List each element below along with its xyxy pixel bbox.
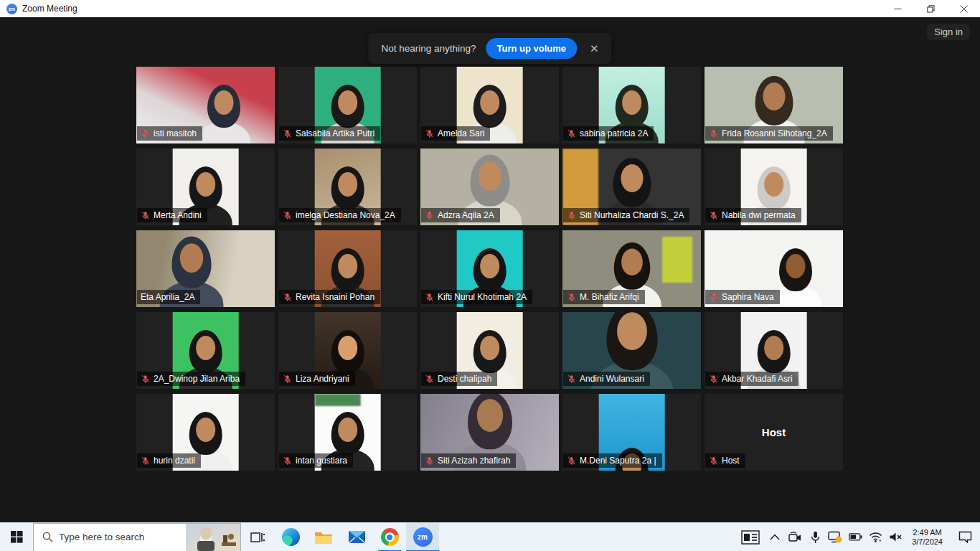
zoom-meeting-window: zm Zoom Meeting Sign in Not hearing anyt… — [0, 0, 980, 551]
restore-button[interactable] — [914, 0, 947, 17]
tray-microphone-button[interactable] — [806, 523, 824, 551]
meet-now-button[interactable] — [786, 523, 804, 551]
participant-name: hurin dzatil — [154, 456, 195, 466]
participant-name: M.Deni Saputra 2a | — [580, 456, 656, 466]
participant-name-label: Revita Isnaini Pohan — [279, 290, 380, 304]
windows-taskbar: zm — [0, 522, 980, 551]
mail-taskbar-button[interactable] — [340, 523, 373, 551]
muted-mic-icon — [425, 293, 434, 302]
banner-close-icon[interactable]: ✕ — [587, 42, 602, 55]
muted-mic-icon — [709, 129, 718, 138]
volume-muted-icon — [889, 532, 903, 542]
participant-tile[interactable]: isti masitoh — [136, 67, 275, 143]
battery-icon — [849, 533, 862, 541]
taskbar-clock[interactable]: 2:49 AM 3/7/2024 — [906, 528, 948, 547]
participant-tile[interactable]: Liza Andriyani — [278, 312, 417, 389]
meeting-stage: Sign in Not hearing anything? Turn up vo… — [0, 17, 980, 522]
muted-mic-icon — [283, 293, 292, 302]
news-widget-button[interactable] — [737, 523, 764, 551]
chrome-icon — [381, 528, 399, 546]
participant-name: Adzra Aqila 2A — [438, 210, 494, 220]
minimize-button[interactable] — [881, 0, 914, 17]
participant-name: Siti Azizah zhafirah — [438, 456, 510, 466]
participant-tile[interactable]: Siti Nurhaliza Chardi S._2A — [562, 149, 701, 225]
display-icon — [828, 531, 842, 543]
zoom-taskbar-button[interactable]: zm — [406, 523, 439, 551]
muted-mic-icon — [425, 375, 434, 384]
display-cast-button[interactable] — [826, 523, 844, 551]
participant-tile[interactable]: Siti Azizah zhafirah — [420, 394, 559, 471]
participant-tile[interactable]: M. Bihafiz Arifqi — [562, 230, 701, 307]
participant-name-label: Adzra Aqila 2A — [421, 208, 500, 222]
participant-name: Host — [722, 456, 740, 466]
participant-tile[interactable]: sabina patricia 2A — [562, 67, 701, 143]
muted-mic-icon — [709, 375, 718, 384]
participant-silhouette — [773, 248, 819, 307]
participant-tile[interactable]: Host Host — [705, 394, 843, 471]
news-icon — [741, 530, 760, 545]
volume-muted-button[interactable] — [886, 523, 905, 551]
participant-tile[interactable]: Frida Rosanni Sihotang_2A — [705, 67, 843, 143]
participant-tile[interactable]: Akbar Khadafi Asri — [705, 312, 843, 389]
start-button[interactable] — [0, 523, 33, 551]
participant-name-label: Merta Andini — [137, 208, 207, 222]
chrome-taskbar-button[interactable] — [373, 523, 406, 551]
file-explorer-icon — [314, 529, 333, 545]
muted-mic-icon — [283, 129, 292, 138]
participant-name-label: Salsabila Artika Putri — [279, 126, 380, 141]
taskbar-search-box[interactable] — [33, 523, 241, 551]
participant-tile[interactable]: Merta Andini — [136, 149, 275, 225]
search-daily-illustration[interactable] — [186, 524, 240, 551]
participant-tile[interactable]: imelga Destiana Nova_2A — [278, 149, 417, 225]
participant-tile[interactable]: Eta Aprilia_2A — [136, 230, 275, 307]
zoom-taskbar-icon: zm — [413, 527, 433, 547]
participant-tile[interactable]: hurin dzatil — [136, 394, 275, 471]
participant-tile[interactable]: Andini Wulansari — [562, 312, 701, 389]
participant-name-label: hurin dzatil — [137, 453, 201, 468]
muted-mic-icon — [141, 456, 150, 466]
window-title: Zoom Meeting — [22, 4, 77, 14]
participant-tile[interactable]: Nabila dwi permata — [705, 149, 843, 225]
task-view-button[interactable] — [241, 523, 274, 551]
wifi-button[interactable] — [866, 523, 885, 551]
task-view-icon — [250, 531, 265, 544]
participant-name: Siti Nurhaliza Chardi S._2A — [580, 210, 684, 220]
battery-button[interactable] — [846, 523, 864, 551]
muted-mic-icon — [709, 211, 718, 220]
restore-icon — [927, 5, 935, 13]
turn-up-volume-button[interactable]: Turn up volume — [486, 38, 577, 59]
file-explorer-taskbar-button[interactable] — [307, 523, 340, 551]
participant-tile[interactable]: Kifti Nurul Khotimah 2A — [420, 230, 559, 307]
tray-chevron-up-button[interactable] — [765, 523, 784, 551]
participant-name: Liza Andriyani — [296, 374, 349, 384]
participant-tile[interactable]: Desti chalipah — [420, 312, 559, 389]
search-icon — [42, 532, 53, 542]
participant-name-label: Eta Aprilia_2A — [137, 290, 200, 304]
participant-tile[interactable]: 2A_Dwinop Jilan Ariba — [136, 312, 275, 389]
participant-name-label: M. Bihafiz Arifqi — [563, 290, 645, 304]
participant-name-label: sabina patricia 2A — [563, 126, 654, 141]
participant-tile[interactable]: Salsabila Artika Putri — [278, 67, 417, 143]
participant-name: M. Bihafiz Arifqi — [580, 292, 639, 302]
participant-name: 2A_Dwinop Jilan Ariba — [154, 374, 240, 384]
action-center-button[interactable] — [950, 523, 980, 551]
close-button[interactable] — [947, 0, 980, 17]
participant-tile[interactable]: intan gustiara — [278, 394, 417, 471]
muted-mic-icon — [141, 129, 150, 138]
participant-name-label: Liza Andriyani — [279, 372, 355, 386]
participant-name-label: Amelda Sari — [421, 126, 490, 141]
participant-tile[interactable]: Amelda Sari — [420, 67, 559, 143]
windows-logo-icon — [11, 531, 23, 543]
participant-name-label: Siti Azizah zhafirah — [421, 453, 516, 468]
participant-tile[interactable]: M.Deni Saputra 2a | — [562, 394, 701, 471]
audio-notification-banner: Not hearing anything? Turn up volume ✕ — [368, 33, 611, 64]
system-tray: 2:49 AM 3/7/2024 — [737, 523, 980, 551]
muted-mic-icon — [709, 293, 718, 302]
edge-taskbar-button[interactable] — [274, 523, 307, 551]
participant-tile[interactable]: Adzra Aqila 2A — [420, 149, 559, 225]
participant-tile[interactable]: Revita Isnaini Pohan — [278, 230, 417, 307]
participant-name-label: isti masitoh — [137, 126, 202, 141]
search-input[interactable] — [59, 532, 186, 542]
participant-tile[interactable]: Saphira Nava — [705, 230, 843, 307]
sign-in-button[interactable]: Sign in — [927, 24, 970, 40]
